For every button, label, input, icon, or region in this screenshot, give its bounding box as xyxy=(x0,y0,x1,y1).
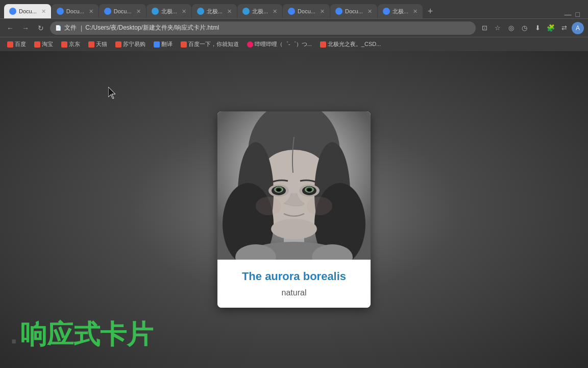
bookmark-aurora-csdn[interactable]: 北极光之夜。_CSD... xyxy=(317,39,384,49)
bookmark-bilibili[interactable]: 哔哩哔哩（゜-゜）つ... xyxy=(244,39,315,49)
translate-favicon xyxy=(154,41,160,48)
bookmark-suning[interactable]: 苏宁易购 xyxy=(112,39,149,49)
tab-4-title: 北极... xyxy=(161,8,177,15)
bilibili-favicon xyxy=(247,41,253,48)
tab-8-title: Docu... xyxy=(345,8,363,14)
tab-2-close[interactable]: ✕ xyxy=(89,8,93,15)
card-title: The aurora borealis xyxy=(228,270,360,283)
tab-1-favicon xyxy=(9,8,16,15)
address-bar-row: ← → ↻ 📄 文件 | C:/Users/夜/Desktop/新建文件夹/响应… xyxy=(0,18,588,37)
tab-3-title: Docu... xyxy=(114,8,132,14)
bookmarks-bar: 百度 淘宝 京东 天猫 苏宁易购 翻译 百度一下，你就知道 哔哩哔哩（゜-゜） xyxy=(0,37,588,51)
portrait-svg xyxy=(217,111,371,260)
tab-4[interactable]: 北极... ✕ xyxy=(146,4,191,18)
tab-7-favicon xyxy=(288,8,295,15)
taobao-favicon xyxy=(34,41,40,48)
mouse-cursor xyxy=(108,87,117,101)
tab-9-close[interactable]: ✕ xyxy=(413,8,418,15)
tab-3[interactable]: Docu... ✕ xyxy=(99,4,146,18)
tab-8[interactable]: Docu... ✕ xyxy=(330,4,377,18)
bookmark-tianmao[interactable]: 天猫 xyxy=(85,39,110,49)
bookmark-baidu-search-label: 百度一下，你就知道 xyxy=(188,40,239,48)
tab-2-title: Docu... xyxy=(66,8,84,14)
bookmark-jd[interactable]: 京东 xyxy=(58,39,83,49)
tab-7-close[interactable]: ✕ xyxy=(320,8,325,15)
account-circle-icon[interactable]: A xyxy=(572,22,584,34)
tab-1-title: Docu... xyxy=(19,8,37,14)
tab-6-close[interactable]: ✕ xyxy=(273,8,277,15)
svg-point-20 xyxy=(256,197,281,215)
bookmark-tianmao-label: 天猫 xyxy=(96,40,107,48)
tab-3-close[interactable]: ✕ xyxy=(136,8,141,15)
profile-icon[interactable]: ◎ xyxy=(505,22,517,34)
address-box[interactable]: 📄 文件 | C:/Users/夜/Desktop/新建文件夹/响应式卡片.ht… xyxy=(50,21,476,35)
tab-1[interactable]: Docu... ✕ xyxy=(4,4,51,18)
tab-5-favicon xyxy=(197,8,204,15)
history-icon[interactable]: ◷ xyxy=(519,22,530,34)
bookmark-bilibili-label: 哔哩哔哩（゜-゜）つ... xyxy=(255,40,312,48)
svg-point-18 xyxy=(277,189,281,192)
download-icon[interactable]: ⬇ xyxy=(532,22,543,34)
bookmark-translate[interactable]: 翻译 xyxy=(151,39,176,49)
svg-point-19 xyxy=(307,189,311,192)
tab-9-title: 北极... xyxy=(393,8,408,15)
tab-7[interactable]: Docu... ✕ xyxy=(283,4,330,18)
address-url: | xyxy=(81,25,82,32)
toolbar-icons: ⊡ ☆ ◎ ◷ ⬇ 🧩 ⇄ A xyxy=(479,22,584,34)
tab-9-favicon xyxy=(383,8,390,15)
minimize-button[interactable]: — xyxy=(565,10,572,18)
tab-2-favicon xyxy=(57,8,64,15)
tab-3-favicon xyxy=(104,8,111,15)
page-icon: 📄 xyxy=(55,25,61,31)
tab-6-favicon xyxy=(242,8,250,15)
tab-5-close[interactable]: ✕ xyxy=(227,8,232,15)
bookmark-baidu-search[interactable]: 百度一下，你就知道 xyxy=(178,39,242,49)
baidu-favicon xyxy=(7,41,13,48)
bookmark-taobao[interactable]: 淘宝 xyxy=(31,39,56,49)
bookmark-taobao-label: 淘宝 xyxy=(42,40,53,48)
tianmao-favicon xyxy=(88,41,94,48)
browser-chrome: Docu... ✕ Docu... ✕ Docu... ✕ 北极... ✕ 北极… xyxy=(0,0,588,51)
tab-1-close[interactable]: ✕ xyxy=(41,8,46,15)
tab-2[interactable]: Docu... ✕ xyxy=(52,4,99,18)
svg-point-21 xyxy=(307,197,332,215)
bookmark-baidu-label: 百度 xyxy=(15,40,26,48)
window-controls: — □ xyxy=(565,10,584,18)
address-prefix: 文件 xyxy=(64,24,77,32)
refresh-button[interactable]: ↻ xyxy=(35,22,47,34)
tab-bar: Docu... ✕ Docu... ✕ Docu... ✕ 北极... ✕ 北极… xyxy=(0,0,588,18)
bottom-left-label: .响应式卡片 xyxy=(10,317,153,353)
jd-favicon xyxy=(61,41,67,48)
suning-favicon xyxy=(115,41,121,48)
maximize-button[interactable]: □ xyxy=(576,10,580,18)
tab-4-favicon xyxy=(152,8,159,15)
address-path: C:/Users/夜/Desktop/新建文件夹/响应式卡片.html xyxy=(85,24,219,32)
tab-5[interactable]: 北极... ✕ xyxy=(192,4,237,18)
cast-icon[interactable]: ⊡ xyxy=(479,22,490,34)
extensions-icon[interactable]: 🧩 xyxy=(545,22,556,34)
new-tab-button[interactable]: + xyxy=(423,4,437,18)
tab-6[interactable]: 北极... ✕ xyxy=(237,4,282,18)
card: The aurora borealis natural xyxy=(217,111,371,308)
baidu-search-favicon xyxy=(181,41,187,48)
aurora-csdn-favicon xyxy=(320,41,326,48)
tab-5-title: 北极... xyxy=(207,8,223,15)
tab-9[interactable]: 北极... ✕ xyxy=(378,4,423,18)
bookmark-jd-label: 京东 xyxy=(69,40,80,48)
svg-point-22 xyxy=(271,219,317,239)
forward-button[interactable]: → xyxy=(19,22,32,34)
back-button[interactable]: ← xyxy=(4,22,16,34)
bookmark-star-icon[interactable]: ☆ xyxy=(492,22,503,34)
bookmark-translate-label: 翻译 xyxy=(161,40,173,48)
card-image xyxy=(217,111,371,260)
page-content: The aurora borealis natural .响应式卡片 xyxy=(0,51,588,368)
tab-8-close[interactable]: ✕ xyxy=(368,8,372,15)
bookmark-suning-label: 苏宁易购 xyxy=(123,40,145,48)
card-subtitle: natural xyxy=(228,288,360,297)
card-body: The aurora borealis natural xyxy=(217,260,371,308)
tab-4-close[interactable]: ✕ xyxy=(182,8,186,15)
tab-6-title: 北极... xyxy=(252,8,268,15)
tab-7-title: Docu... xyxy=(298,8,315,14)
bookmark-baidu[interactable]: 百度 xyxy=(4,39,29,49)
sync-icon[interactable]: ⇄ xyxy=(558,22,570,34)
